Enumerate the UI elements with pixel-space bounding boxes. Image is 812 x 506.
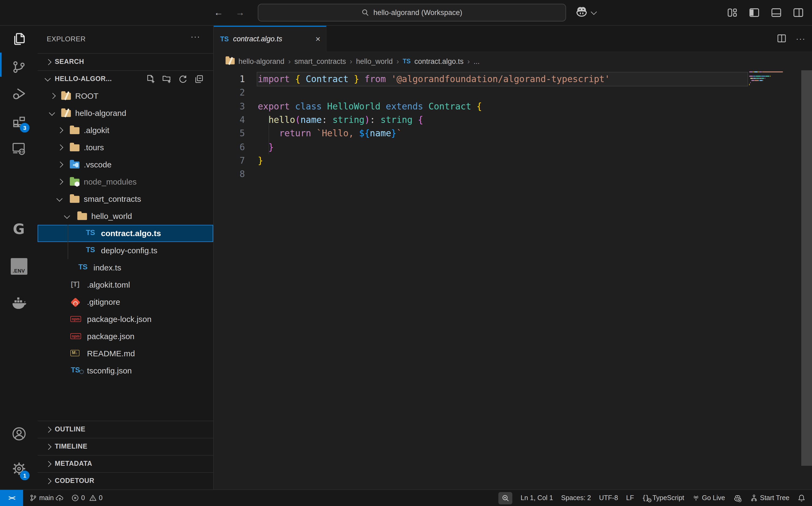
collapse-all-icon[interactable] — [195, 75, 204, 84]
chevron-right-icon — [46, 461, 51, 467]
source-control-view-button[interactable] — [6, 54, 32, 80]
tree-item-algokit-toml[interactable]: [T] .algokit.toml — [38, 276, 213, 293]
tree-item-package-lock-json[interactable]: npm package-lock.json — [38, 311, 213, 328]
folder-open-icon — [77, 213, 87, 220]
root-folder-icon — [61, 93, 71, 100]
remote-indicator[interactable]: >< — [0, 490, 23, 506]
line-number[interactable]: 8 — [214, 167, 245, 181]
error-icon — [71, 494, 79, 502]
tree-item-readme-md[interactable]: M↓ README.md — [38, 345, 213, 362]
code-line[interactable]: export class HelloWorld extends Contract… — [258, 99, 482, 113]
toggle-secondary-sidebar-icon[interactable] — [792, 6, 805, 19]
status-bar: >< main 0 0 Ln 1, Col 1 Spaces: 2 UTF-8 … — [0, 489, 812, 506]
indentation-indicator[interactable]: Spaces: 2 — [561, 494, 591, 502]
line-number[interactable]: 6 — [214, 140, 245, 154]
extensions-view-button[interactable]: 3 — [6, 108, 32, 134]
branch-indicator[interactable]: main — [29, 494, 64, 502]
tree-item-hello-world-folder[interactable]: hello_world — [38, 208, 213, 225]
accounts-button[interactable] — [6, 421, 32, 446]
tree-item-index-ts[interactable]: TS index.ts — [38, 259, 213, 276]
split-editor-icon[interactable] — [776, 33, 787, 44]
remote-explorer-view-button[interactable] — [6, 135, 32, 161]
tree-item-vscode-folder[interactable]: .vscode — [38, 156, 213, 173]
tab-contract-algo-ts[interactable]: TS contract.algo.ts × — [214, 26, 326, 53]
code-line[interactable]: hello(name: string): string { — [258, 113, 423, 127]
tree-item-package-json[interactable]: npm package.json — [38, 328, 213, 345]
breadcrumb-item[interactable]: ... — [474, 57, 480, 65]
problems-indicator[interactable]: 0 0 — [71, 494, 102, 502]
git-file-icon — [71, 298, 81, 308]
navigate-forward-icon[interactable]: → — [233, 6, 247, 20]
zoom-indicator[interactable] — [499, 492, 513, 504]
chevron-right-icon — [57, 179, 63, 185]
chevron-right-icon — [57, 162, 63, 167]
sidebar-more-actions-icon[interactable]: ··· — [191, 32, 200, 41]
tree-item-ROOT[interactable]: ROOT — [38, 87, 213, 105]
section-metadata[interactable]: METADATA — [38, 455, 213, 472]
extensions-badge: 3 — [20, 123, 29, 133]
breadcrumb-item[interactable]: contract.algo.ts — [414, 57, 463, 65]
tree-item-node-modules-folder[interactable]: node_modules — [38, 173, 213, 190]
tree-item-tsconfig-json[interactable]: TS tsconfig.json — [38, 362, 213, 380]
section-timeline[interactable]: TIMELINE — [38, 438, 213, 455]
code-editor[interactable]: 1 2 3 4 5 6 7 8 import { Contract } from… — [214, 70, 812, 489]
encoding-indicator[interactable]: UTF-8 — [599, 494, 618, 502]
explorer-view-button[interactable] — [6, 26, 32, 52]
editor-more-actions-icon[interactable]: ··· — [796, 33, 806, 44]
line-number[interactable]: 2 — [214, 86, 245, 100]
toggle-primary-sidebar-icon[interactable] — [748, 6, 760, 19]
start-tree-button[interactable]: Start Tree — [750, 494, 790, 502]
breadcrumb-item[interactable]: smart_contracts — [294, 57, 346, 65]
copilot-menu-button[interactable] — [575, 5, 596, 19]
account-icon — [10, 425, 27, 442]
code-line[interactable]: } — [258, 140, 274, 154]
section-search[interactable]: SEARCH — [38, 53, 213, 70]
tree-item-tours-folder[interactable]: .tours — [38, 139, 213, 156]
code-line[interactable]: return `Hello, ${name}` — [258, 126, 402, 140]
new-folder-icon[interactable] — [162, 75, 171, 84]
notifications-bell-icon[interactable] — [798, 494, 806, 502]
docker-view-button[interactable] — [6, 289, 32, 315]
section-outline[interactable]: OUTLINE — [38, 421, 213, 438]
sidebar-title: EXPLORER — [47, 35, 86, 43]
cursor-position-indicator[interactable]: Ln 1, Col 1 — [521, 494, 553, 502]
line-number[interactable]: 3 — [214, 99, 245, 113]
tab-close-icon[interactable]: × — [312, 34, 323, 45]
tree-item-algokit-folder[interactable]: .algokit — [38, 122, 213, 139]
search-icon — [361, 9, 369, 17]
copilot-status-icon[interactable] — [733, 493, 742, 503]
files-icon — [11, 30, 27, 47]
tree-item-smart-contracts-folder[interactable]: smart_contracts — [38, 190, 213, 208]
go-live-button[interactable]: Go Live — [692, 494, 725, 502]
line-number[interactable]: 5 — [214, 126, 245, 140]
line-number[interactable]: 4 — [214, 113, 245, 127]
new-file-icon[interactable] — [146, 75, 155, 84]
tree-item-contract-algo-ts[interactable]: TS contract.algo.ts — [38, 225, 213, 242]
settings-button[interactable]: 1 — [6, 455, 32, 481]
run-debug-view-button[interactable] — [6, 81, 32, 107]
typescript-file-icon: TS — [86, 246, 95, 254]
dotenv-view-button[interactable]: .ENV — [6, 253, 32, 279]
active-view-indicator — [0, 53, 1, 77]
typescript-file-icon: TS — [220, 35, 229, 43]
refresh-icon[interactable] — [178, 75, 188, 84]
line-number[interactable]: 1 — [214, 72, 245, 86]
command-center-search[interactable]: hello-algorand (Workspace) — [258, 4, 566, 21]
vertical-scrollbar[interactable] — [801, 70, 812, 466]
tree-item-gitignore[interactable]: .gitignore — [38, 293, 213, 311]
customize-layout-icon[interactable] — [726, 6, 738, 19]
g-extension-view-button[interactable]: G — [6, 216, 32, 242]
language-indicator[interactable]: {×} TypeScript — [642, 494, 684, 502]
tree-item-hello-algorand[interactable]: hello-algorand — [38, 105, 213, 122]
eol-indicator[interactable]: LF — [626, 494, 634, 502]
line-number[interactable]: 7 — [214, 154, 245, 168]
breadcrumb-item[interactable]: hello-algorand — [238, 57, 284, 65]
tree-item-deploy-config-ts[interactable]: TS deploy-config.ts — [38, 242, 213, 259]
toggle-panel-icon[interactable] — [770, 6, 783, 19]
code-line[interactable]: import { Contract } from '@algorandfound… — [258, 72, 610, 86]
breadcrumb-item[interactable]: hello_world — [356, 57, 393, 65]
typescript-file-icon: TS — [403, 58, 411, 64]
navigate-back-icon[interactable]: ← — [212, 6, 226, 20]
code-line[interactable]: } — [258, 154, 263, 168]
section-codetour[interactable]: CODETOUR — [38, 472, 213, 489]
